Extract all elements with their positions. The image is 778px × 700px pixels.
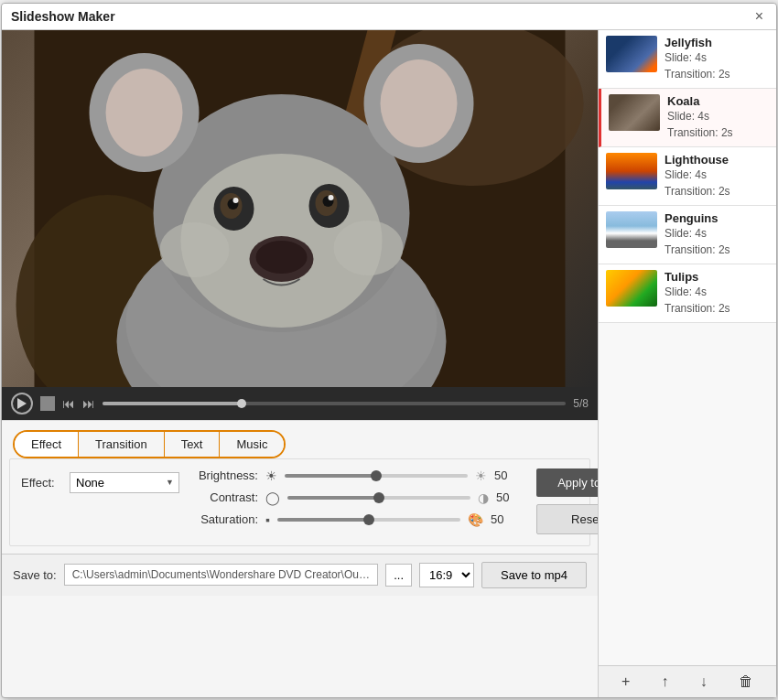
slide-name: Penguins [665,211,769,225]
title-bar: Slideshow Maker × [2,4,776,30]
move-up-button[interactable]: ↑ [658,672,673,692]
svg-point-8 [106,69,183,156]
stop-button[interactable] [40,396,55,411]
slide-meta: Slide: 4sTransition: 2s [667,108,769,141]
brightness-low-icon: ☀ [265,468,277,483]
contrast-value: 50 [496,490,522,504]
slide-thumbnail [606,36,657,72]
contrast-slider[interactable] [287,496,470,500]
rewind-button[interactable]: ⏮ [62,396,75,411]
slide-info: Koala Slide: 4sTransition: 2s [667,94,769,141]
save-path-display: C:\Users\admin\Documents\Wondershare DVD… [64,564,378,586]
tab-effect[interactable]: Effect [15,432,79,457]
slide-name: Lighthouse [665,153,769,167]
play-button[interactable] [11,393,33,415]
delete-slide-button[interactable]: 🗑 [735,672,757,692]
main-content: ⏮ ⏭ 5/8 Effect Transition Text Music [2,30,776,697]
slide-meta: Slide: 4sTransition: 2s [665,49,769,82]
aspect-ratio-select[interactable]: 16:9 4:3 1:1 [419,563,474,587]
right-panel: Jellyfish Slide: 4sTransition: 2s Koala … [598,30,776,697]
slide-item[interactable]: Koala Slide: 4sTransition: 2s [599,89,776,147]
tab-text[interactable]: Text [165,432,221,457]
contrast-label: Contrast: [194,490,258,504]
window-title: Slideshow Maker [11,9,115,24]
brightness-high-icon: ☀ [475,468,487,483]
svg-point-19 [329,195,334,200]
slide-thumbnail [606,270,657,307]
svg-point-18 [233,198,239,203]
contrast-high-icon: ◑ [478,490,489,505]
bottom-bar: Save to: C:\Users\admin\Documents\Wonder… [2,554,598,596]
slide-item[interactable]: Penguins Slide: 4sTransition: 2s [599,206,776,264]
progress-track[interactable] [103,402,566,405]
video-preview [2,30,598,387]
slide-name: Koala [667,94,769,108]
slide-name: Tulips [665,270,769,284]
slide-meta: Slide: 4sTransition: 2s [665,167,769,199]
sliders-and-buttons: Brightness: ☀ ☀ 50 Contrast: ◯ [194,468,637,534]
tab-transition[interactable]: Transition [79,432,165,457]
browse-button[interactable]: ... [385,564,412,587]
left-panel: ⏮ ⏭ 5/8 Effect Transition Text Music [2,30,598,697]
main-window: Slideshow Maker × [1,3,777,698]
koala-svg [2,30,598,387]
sliders-area: Brightness: ☀ ☀ 50 Contrast: ◯ [194,468,522,527]
slide-item[interactable]: Jellyfish Slide: 4sTransition: 2s [599,30,776,89]
svg-point-23 [334,221,404,275]
save-to-label: Save to: [13,568,57,582]
slide-info: Jellyfish Slide: 4sTransition: 2s [665,36,769,82]
brightness-label: Brightness: [194,468,258,482]
effect-selector-row: Effect: None Black & White Sepia Vignett… [21,468,179,493]
effect-top-row: Effect: None Black & White Sepia Vignett… [21,468,578,534]
tabs-panel: Effect Transition Text Music [2,420,598,458]
progress-fill [103,402,242,405]
contrast-row: Contrast: ◯ ◑ 50 [194,490,522,505]
effect-select-wrapper: None Black & White Sepia Vignette [70,472,179,493]
slide-thumbnail [606,153,657,189]
brightness-slider[interactable] [285,474,468,478]
tabs-row: Effect Transition Text Music [13,430,286,458]
saturation-value: 50 [491,512,516,526]
slide-thumbnail [606,211,657,248]
save-mp4-button[interactable]: Save to mp4 [481,562,587,588]
saturation-slider[interactable] [277,518,460,522]
saturation-high-icon: 🎨 [468,512,483,527]
effect-select[interactable]: None Black & White Sepia Vignette [70,472,179,493]
effect-controls: Effect: None Black & White Sepia Vignett… [9,458,590,546]
slide-item[interactable]: Tulips Slide: 4sTransition: 2s [599,264,776,323]
svg-point-21 [256,241,308,274]
slide-info: Tulips Slide: 4sTransition: 2s [665,270,769,317]
slide-info: Penguins Slide: 4sTransition: 2s [665,211,769,258]
slide-item[interactable]: Lighthouse Slide: 4sTransition: 2s [599,147,776,206]
saturation-label: Saturation: [194,512,258,526]
contrast-low-icon: ◯ [265,490,280,505]
forward-button[interactable]: ⏭ [82,396,95,411]
effect-label: Effect: [21,476,62,490]
move-down-button[interactable]: ↓ [697,672,711,692]
tab-music[interactable]: Music [220,432,284,457]
svg-marker-24 [17,398,27,409]
slide-thumbnail [609,94,660,131]
video-area [2,30,598,387]
brightness-row: Brightness: ☀ ☀ 50 [194,468,522,483]
close-button[interactable]: × [751,9,767,24]
svg-point-22 [160,222,230,277]
frame-count: 5/8 [573,397,589,410]
slide-name: Jellyfish [665,36,769,49]
svg-point-10 [381,59,458,147]
slide-meta: Slide: 4sTransition: 2s [665,225,769,258]
saturation-low-icon: ▪ [265,512,270,527]
slide-list[interactable]: Jellyfish Slide: 4sTransition: 2s Koala … [599,30,776,665]
slide-info: Lighthouse Slide: 4sTransition: 2s [665,153,769,199]
progress-thumb [237,399,246,408]
saturation-row: Saturation: ▪ 🎨 50 [194,512,522,527]
add-slide-button[interactable]: + [618,672,633,692]
slide-meta: Slide: 4sTransition: 2s [665,284,769,317]
playback-bar: ⏮ ⏭ 5/8 [2,387,598,420]
slide-actions: + ↑ ↓ 🗑 [599,665,776,697]
brightness-value: 50 [494,468,520,482]
